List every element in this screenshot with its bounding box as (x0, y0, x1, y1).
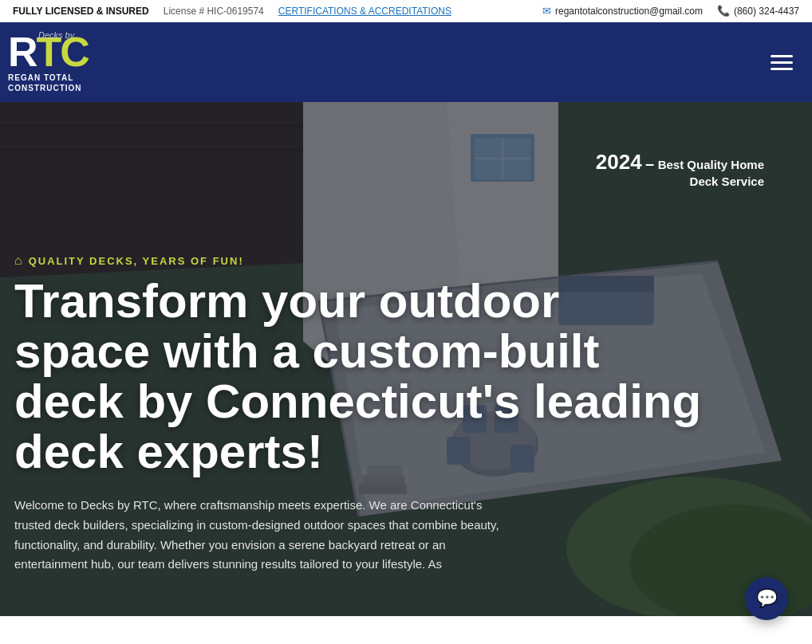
hero-headline: Transform your outdoor space with a cust… (14, 276, 708, 477)
top-bar: FULLY LICENSED & INSURED License # HIC-0… (0, 0, 812, 22)
chat-icon: 💬 (756, 588, 778, 609)
home-icon: ⌂ (14, 253, 22, 268)
hero-tagline: ⌂ QUALITY DECKS, YEARS OF FUN! (14, 253, 812, 268)
hamburger-line-3 (771, 68, 793, 70)
logo-sub1: REGAN TOTAL (8, 73, 82, 83)
chat-button[interactable]: 💬 (745, 577, 788, 616)
email-address: regantotalconstruction@gmail.com (555, 6, 703, 17)
hamburger-line-1 (771, 55, 793, 57)
logo-brand-name: REGAN TOTAL CONSTRUCTION (8, 73, 82, 93)
license-number: License # HIC-0619574 (164, 6, 264, 17)
hero-section: 2024 – Best Quality Home Deck Service ⌂ … (0, 102, 812, 616)
logo-decks-by: Decks by (38, 30, 74, 40)
phone-contact: 📞 (860) 324-4437 (717, 5, 799, 17)
licensed-label: FULLY LICENSED & INSURED (13, 6, 149, 17)
hero-description: Welcome to Decks by RTC, where craftsman… (14, 496, 509, 575)
hamburger-menu-button[interactable] (767, 52, 796, 73)
hamburger-line-2 (771, 61, 793, 64)
navbar: Decks by RTC REGAN TOTAL CONSTRUCTION (0, 22, 812, 102)
award-year: 2024 – Best Quality Home (596, 150, 764, 175)
contact-items: ✉ regantotalconstruction@gmail.com 📞 (86… (542, 5, 799, 17)
tagline-text: QUALITY DECKS, YEARS OF FUN! (29, 255, 244, 267)
phone-icon: 📞 (717, 5, 730, 17)
logo-r: R (8, 29, 37, 75)
email-icon: ✉ (542, 5, 551, 17)
logo-area: Decks by RTC REGAN TOTAL CONSTRUCTION (8, 27, 88, 97)
hero-award-badge: 2024 – Best Quality Home Deck Service (596, 150, 764, 189)
email-contact: ✉ regantotalconstruction@gmail.com (542, 5, 703, 17)
award-subtitle: Deck Service (596, 175, 764, 189)
logo-box: Decks by RTC REGAN TOTAL CONSTRUCTION (8, 27, 88, 97)
logo-sub2: CONSTRUCTION (8, 83, 82, 93)
phone-number: (860) 324-4437 (734, 6, 799, 17)
certifications-link[interactable]: CERTIFICATIONS & ACCREDITATIONS (278, 6, 451, 17)
